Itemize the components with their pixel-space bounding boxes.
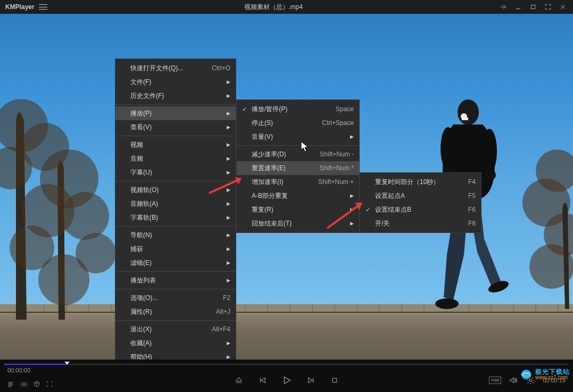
submenu-arrow-icon: ▶ — [227, 278, 230, 283]
context-menu-ab-repeat[interactable]: 重复时间部分（10秒）F4设置起点AF5✓设置结束点BF6开/关F8 — [360, 172, 481, 233]
menu-item[interactable]: 滤镜(E)▶ — [115, 256, 236, 270]
menu-item[interactable]: 导航(N)▶ — [115, 228, 236, 242]
crop-icon[interactable] — [46, 380, 53, 388]
menu-item[interactable]: 帮助(H)▶ — [115, 350, 236, 360]
watermark: 极光下载站 www.xz7.com — [519, 368, 570, 381]
menu-item-label: 历史文件(F) — [130, 91, 222, 101]
menu-item[interactable]: 增加速率(I)Shift+Num + — [237, 175, 359, 189]
title-bar: KMPlayer 视频素材（总）.mp4 — [0, 0, 573, 14]
menu-item[interactable]: 重置速率(E)Shift+Num * — [237, 161, 359, 175]
eject-icon[interactable] — [234, 376, 244, 385]
svg-rect-29 — [9, 386, 11, 387]
menu-shortcut: F4 — [452, 178, 476, 186]
menu-separator — [115, 136, 236, 136]
globe-icon — [519, 368, 533, 381]
submenu-arrow-icon: ▶ — [227, 215, 230, 220]
menu-separator — [115, 289, 236, 289]
cube-icon[interactable] — [33, 380, 40, 388]
menu-separator — [115, 226, 236, 227]
submenu-arrow-icon: ▶ — [227, 124, 230, 130]
submenu-arrow-icon: ▶ — [227, 111, 230, 116]
menu-item[interactable]: 选项(O)...F2 — [115, 291, 236, 305]
menu-item[interactable]: 播放列表▶ — [115, 273, 236, 287]
menu-shortcut: Shift+Num * — [304, 164, 354, 172]
menu-item[interactable]: 历史文件(F)▶ — [115, 89, 236, 103]
menu-item[interactable]: 开/关F8 — [360, 216, 481, 230]
menu-item-label: 停止(S) — [252, 119, 306, 128]
menu-separator — [115, 271, 236, 272]
svg-rect-27 — [9, 382, 12, 383]
menu-item-label: 开/关 — [375, 219, 452, 228]
menu-separator — [115, 320, 236, 321]
playlist-icon[interactable] — [7, 380, 15, 388]
player-controls: 00:00:00 HW 00:00:19 — [0, 360, 573, 392]
volume-icon[interactable] — [509, 376, 518, 385]
menu-item[interactable]: 视频▶ — [115, 138, 236, 152]
prev-icon[interactable] — [258, 376, 267, 385]
hamburger-icon[interactable] — [39, 4, 47, 10]
menu-item[interactable]: 音频轨(A)▶ — [115, 197, 236, 211]
submenu-arrow-icon: ▶ — [227, 260, 230, 265]
app-name: KMPlayer — [5, 3, 35, 11]
menu-item-label: 捕获 — [130, 245, 222, 254]
pin-icon[interactable] — [500, 3, 507, 11]
submenu-arrow-icon: ▶ — [227, 232, 230, 238]
submenu-arrow-icon: ▶ — [227, 246, 230, 252]
progress-thumb[interactable] — [64, 362, 70, 365]
menu-item-label: 帮助(H) — [130, 353, 222, 360]
menu-item[interactable]: 字幕轨(B)▶ — [115, 211, 236, 224]
menu-item-label: 字幕轨(B) — [130, 213, 222, 222]
menu-item[interactable]: 减少速率(D)Shift+Num - — [237, 147, 359, 161]
svg-point-6 — [61, 192, 109, 240]
menu-shortcut: Shift+Num - — [304, 151, 354, 158]
menu-shortcut: Shift+Num + — [302, 178, 354, 186]
menu-item[interactable]: 快速打开文件(Q)...Ctrl+O — [115, 61, 236, 75]
svg-point-18 — [482, 129, 497, 173]
menu-item[interactable]: 捕获▶ — [115, 242, 236, 256]
minimize-icon[interactable] — [514, 3, 522, 11]
fullscreen-icon[interactable] — [544, 3, 552, 11]
menu-item[interactable]: 查看(V)▶ — [115, 120, 236, 134]
menu-item-label: 重置速率(E) — [252, 164, 304, 173]
menu-shortcut: Alt+F4 — [196, 326, 230, 333]
menu-item[interactable]: 属性(R)Alt+J — [115, 305, 236, 319]
menu-item[interactable]: 文件(F)▶ — [115, 75, 236, 89]
menu-item[interactable]: 重复时间部分（10秒）F4 — [360, 175, 481, 189]
next-icon[interactable] — [306, 376, 316, 385]
submenu-arrow-icon: ▶ — [227, 340, 230, 346]
menu-item[interactable]: ✓播放/暂停(P)Space — [237, 102, 359, 116]
menu-separator — [115, 104, 236, 105]
stop-icon[interactable] — [330, 376, 339, 385]
tree-left-graphic — [0, 88, 122, 320]
menu-item[interactable]: 收藏(A)▶ — [115, 336, 236, 350]
svg-point-20 — [485, 170, 496, 180]
menu-item[interactable]: 停止(S)Ctrl+Space — [237, 116, 359, 130]
play-icon[interactable] — [281, 374, 293, 386]
menu-item-label: 重复时间部分（10秒） — [375, 178, 452, 187]
context-menu-main[interactable]: 快速打开文件(Q)...Ctrl+O文件(F)▶历史文件(F)▶播放(P)▶查看… — [115, 59, 236, 360]
menu-item-label: 增加速率(I) — [252, 178, 302, 187]
maximize-icon[interactable] — [529, 3, 537, 11]
svg-point-9 — [38, 254, 89, 305]
menu-item[interactable]: 播放(P)▶ — [115, 106, 236, 120]
menu-item[interactable]: 设置起点AF5 — [360, 189, 481, 203]
hw-badge[interactable]: HW — [489, 377, 501, 384]
progress-bar[interactable] — [4, 363, 569, 366]
svg-rect-0 — [532, 5, 535, 9]
menu-item-label: 减少速率(D) — [252, 150, 304, 159]
submenu-arrow-icon: ▶ — [227, 93, 230, 98]
menu-shortcut: Alt+J — [200, 308, 230, 315]
submenu-arrow-icon: ▶ — [227, 79, 230, 85]
menu-item[interactable]: ✓设置结束点BF6 — [360, 203, 481, 216]
svg-rect-33 — [333, 378, 337, 382]
submenu-arrow-icon: ▶ — [227, 156, 230, 161]
menu-item[interactable]: 音量(V)▶ — [237, 130, 359, 144]
menu-item[interactable]: 音频▶ — [115, 152, 236, 165]
svg-point-31 — [22, 383, 23, 385]
menu-item[interactable]: 退出(X)Alt+F4 — [115, 322, 236, 336]
video-area[interactable]: 快速打开文件(Q)...Ctrl+O文件(F)▶历史文件(F)▶播放(P)▶查看… — [0, 14, 573, 360]
vr-icon[interactable] — [20, 380, 28, 388]
menu-shortcut: F6 — [452, 206, 476, 213]
watermark-url: www.xz7.com — [535, 375, 570, 380]
close-icon[interactable] — [559, 3, 567, 11]
